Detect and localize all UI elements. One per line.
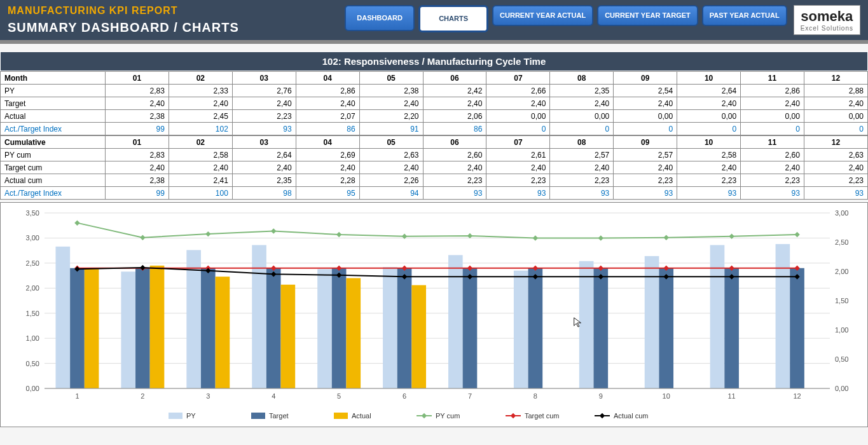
svg-rect-35: [252, 245, 266, 388]
logo-tag: Excel Solutions: [801, 25, 853, 32]
cell: 2,58: [677, 149, 741, 161]
cell: 2,40: [296, 97, 359, 110]
cell: 86: [423, 123, 486, 135]
svg-rect-24: [70, 268, 85, 388]
svg-rect-39: [317, 269, 332, 388]
cell: 2,40: [486, 97, 550, 110]
page-title: SUMMARY DASHBOARD / CHARTS: [8, 20, 332, 35]
cell: 93: [423, 187, 486, 200]
cell: 2,40: [804, 161, 867, 174]
cell: 2,23: [804, 174, 867, 187]
cell: 93: [550, 187, 614, 200]
cell: 2,61: [486, 149, 550, 161]
svg-text:Actual: Actual: [352, 412, 371, 420]
svg-rect-43: [383, 267, 397, 388]
month-header: 02: [169, 72, 232, 85]
past-year-actual-button[interactable]: PAST YEAR ACTUAL: [702, 5, 787, 26]
svg-text:1: 1: [75, 392, 79, 400]
svg-text:0,50: 0,50: [26, 360, 39, 367]
row-label: PY: [1, 85, 106, 97]
svg-rect-79: [598, 235, 603, 240]
month-header: 01: [106, 136, 169, 149]
month-header: 11: [741, 72, 804, 85]
svg-rect-67: [776, 244, 790, 388]
cell: 2,40: [614, 97, 677, 110]
row-label: Target: [1, 97, 106, 110]
cell: 2,40: [550, 161, 614, 174]
cell: 2,58: [169, 149, 232, 161]
cell: 2,40: [106, 97, 169, 110]
svg-rect-56: [593, 268, 608, 388]
month-header: 06: [423, 136, 486, 149]
svg-rect-64: [724, 268, 739, 388]
svg-rect-51: [514, 271, 528, 388]
cell: 2,63: [804, 149, 867, 161]
cell: 2,60: [741, 149, 804, 161]
report-title: MANUFACTURING KPI REPORT: [8, 5, 332, 17]
cell: 2,40: [677, 97, 741, 110]
cell: 2,41: [169, 174, 232, 187]
svg-text:Target cum: Target cum: [525, 412, 559, 420]
svg-rect-32: [201, 268, 216, 388]
cell: 86: [296, 123, 359, 135]
current-year-target-button[interactable]: CURRENT YEAR TARGET: [597, 5, 698, 26]
svg-text:3: 3: [206, 392, 210, 400]
cell: 2,40: [550, 97, 614, 110]
cell: 91: [359, 123, 423, 135]
svg-rect-60: [659, 268, 673, 388]
svg-rect-108: [169, 413, 183, 419]
cell: 0,00: [486, 110, 550, 123]
month-header: 08: [550, 72, 614, 85]
cell: 2,86: [741, 85, 804, 97]
svg-rect-77: [467, 233, 472, 238]
cell: 93: [741, 187, 804, 200]
svg-text:Target: Target: [269, 412, 289, 420]
svg-rect-82: [794, 232, 799, 237]
cell: 2,38: [106, 110, 169, 123]
cell: 2,63: [359, 149, 423, 161]
cell: 93: [232, 123, 296, 135]
svg-text:8: 8: [534, 392, 537, 400]
svg-text:1,50: 1,50: [26, 310, 39, 317]
logo-name: someka: [801, 8, 853, 25]
cell: 100: [169, 187, 232, 200]
cell: 0: [486, 123, 550, 135]
table-corner: Month: [1, 72, 106, 85]
svg-rect-33: [216, 277, 230, 388]
svg-text:11: 11: [728, 392, 736, 400]
svg-rect-112: [334, 413, 348, 419]
cell: 2,66: [486, 85, 550, 97]
svg-text:1,00: 1,00: [835, 326, 848, 334]
svg-text:Actual cum: Actual cum: [614, 412, 648, 420]
svg-text:2,50: 2,50: [26, 259, 39, 267]
cell: 2,60: [423, 149, 486, 161]
spacer: [0, 40, 868, 44]
cell: 0: [804, 123, 867, 135]
svg-text:6: 6: [403, 392, 406, 400]
chart-container: 0,000,501,001,502,002,503,003,500,000,50…: [0, 202, 868, 427]
svg-rect-121: [600, 413, 605, 418]
cell: 2,20: [359, 110, 423, 123]
svg-rect-44: [397, 268, 412, 388]
svg-rect-72: [140, 235, 145, 240]
svg-rect-28: [135, 268, 150, 388]
cell: 2,40: [232, 97, 296, 110]
svg-rect-47: [448, 255, 463, 388]
svg-text:10: 10: [663, 392, 670, 400]
cell: 2,88: [804, 85, 867, 97]
dashboard-button[interactable]: DASHBOARD: [345, 5, 415, 31]
cell: 2,26: [359, 174, 423, 187]
month-header: 03: [232, 136, 296, 149]
cell: 2,06: [423, 110, 486, 123]
month-header: 09: [614, 72, 677, 85]
table-corner: Cumulative: [1, 136, 106, 149]
charts-button[interactable]: CHARTS: [418, 5, 488, 32]
current-year-actual-button[interactable]: CURRENT YEAR ACTUAL: [492, 5, 593, 26]
svg-rect-52: [528, 268, 543, 388]
cell: 2,40: [359, 97, 423, 110]
cell: 94: [359, 187, 423, 200]
svg-rect-63: [710, 245, 725, 388]
svg-text:4: 4: [272, 392, 275, 400]
svg-rect-48: [463, 268, 478, 388]
cell: 93: [804, 187, 867, 200]
